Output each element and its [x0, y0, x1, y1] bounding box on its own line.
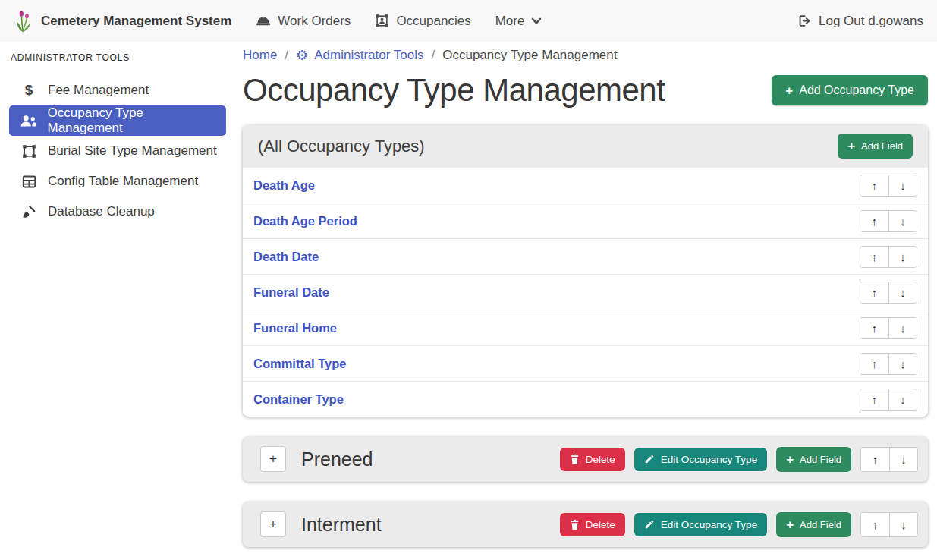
field-link[interactable]: Funeral Date [253, 285, 329, 300]
app-brand[interactable]: Cemetery Management System [14, 9, 231, 33]
field-row: Container Type ↑ ↓ [243, 381, 928, 417]
add-field-label: Add Field [800, 519, 841, 530]
field-link[interactable]: Container Type [253, 392, 344, 407]
broom-icon [20, 204, 38, 219]
move-up-button[interactable]: ↑ [860, 389, 888, 410]
move-down-button[interactable]: ↓ [888, 211, 917, 231]
move-down-button[interactable]: ↓ [889, 513, 917, 536]
add-field-label: Add Field [861, 140, 903, 152]
expand-button[interactable]: + [260, 446, 286, 472]
move-down-button[interactable]: ↓ [888, 247, 917, 267]
plus-icon: + [785, 84, 793, 97]
field-list: Death Age ↑ ↓ Death Age Period ↑ ↓ Dea [243, 167, 928, 417]
move-down-button[interactable]: ↓ [888, 354, 917, 374]
edit-occupancy-type-label: Edit Occupancy Type [661, 519, 757, 530]
all-occupancy-types-header: (All Occupancy Types) + Add Field [243, 125, 928, 167]
sidebar-item-config-table-management[interactable]: Config Table Management [9, 166, 226, 197]
move-down-button[interactable]: ↓ [888, 282, 917, 303]
sidebar-item-label: Burial Site Type Management [48, 143, 217, 159]
field-row: Death Age ↑ ↓ [243, 167, 928, 203]
delete-button[interactable]: Delete [560, 513, 625, 536]
reorder-controls: ↑ ↓ [860, 282, 917, 304]
move-up-button[interactable]: ↑ [860, 282, 888, 303]
breadcrumb-separator: / [431, 48, 435, 63]
field-link[interactable]: Death Date [253, 250, 319, 264]
app-title: Cemetery Management System [41, 14, 231, 29]
move-up-button[interactable]: ↑ [861, 448, 889, 471]
breadcrumb-separator: / [285, 48, 288, 63]
plus-icon: + [786, 518, 794, 531]
move-down-button[interactable]: ↓ [889, 448, 917, 471]
plus-icon: + [847, 140, 855, 153]
move-up-button[interactable]: ↑ [860, 211, 888, 231]
nav-work-orders[interactable]: Work Orders [256, 14, 351, 29]
edit-occupancy-type-button[interactable]: Edit Occupancy Type [634, 513, 767, 536]
reorder-controls: ↑ ↓ [860, 246, 917, 268]
field-link[interactable]: Committal Type [253, 357, 347, 371]
reorder-controls: ↑ ↓ [860, 389, 917, 411]
breadcrumb-admin-tools-label: Administrator Tools [314, 48, 423, 63]
page-header: Occupancy Type Management + Add Occupanc… [243, 72, 928, 109]
sidebar-item-label: Config Table Management [48, 174, 198, 189]
occupancy-type-name: Interment [301, 514, 551, 536]
dollar-icon: $ [20, 82, 38, 99]
occupancy-type-name: Preneed [301, 448, 551, 470]
sidebar-item-label: Database Cleanup [48, 204, 155, 219]
add-field-button[interactable]: + Add Field [838, 134, 913, 159]
move-up-button[interactable]: ↑ [861, 513, 889, 536]
nav-more[interactable]: More [495, 14, 542, 29]
sidebar-item-occupancy-type-management[interactable]: Occupancy Type Management [9, 105, 226, 136]
nav-occupancies[interactable]: Occupancies [375, 14, 470, 29]
sidebar-item-label: Occupancy Type Management [48, 105, 219, 136]
reorder-controls: ↑ ↓ [860, 512, 918, 537]
sidebar-item-fee-management[interactable]: $ Fee Management [9, 75, 226, 105]
move-up-button[interactable]: ↑ [860, 247, 888, 267]
table-icon [20, 175, 38, 188]
gear-icon: ⚙ [296, 49, 308, 62]
delete-button[interactable]: Delete [560, 448, 625, 471]
move-up-button[interactable]: ↑ [860, 318, 888, 338]
add-occupancy-type-button[interactable]: + Add Occupancy Type [772, 75, 928, 105]
field-row: Committal Type ↑ ↓ [243, 345, 928, 381]
field-link[interactable]: Funeral Home [253, 321, 337, 335]
field-row: Death Age Period ↑ ↓ [243, 203, 928, 238]
nav-work-orders-label: Work Orders [278, 14, 351, 29]
move-up-button[interactable]: ↑ [860, 175, 888, 196]
sidebar-item-database-cleanup[interactable]: Database Cleanup [9, 197, 226, 227]
expand-button[interactable]: + [260, 511, 286, 537]
trash-icon [570, 454, 580, 465]
sign-out-icon [797, 14, 812, 28]
pencil-icon [644, 519, 655, 530]
breadcrumb-current: Occupancy Type Management [442, 48, 617, 63]
nav-more-label: More [495, 14, 525, 29]
add-field-button[interactable]: + Add Field [776, 512, 851, 537]
field-row: Funeral Date ↑ ↓ [243, 274, 928, 310]
nav-occupancies-label: Occupancies [396, 14, 470, 29]
move-down-button[interactable]: ↓ [888, 318, 917, 338]
logout-button[interactable]: Log Out d.gowans [797, 14, 923, 29]
field-link[interactable]: Death Age [253, 178, 315, 193]
reorder-controls: ↑ ↓ [860, 353, 917, 375]
move-down-button[interactable]: ↓ [888, 175, 917, 196]
move-up-button[interactable]: ↑ [860, 354, 888, 374]
admin-tools-sidebar: ADMINISTRATOR TOOLS $ Fee Management Occ… [0, 42, 235, 234]
add-occupancy-type-label: Add Occupancy Type [799, 83, 914, 97]
sidebar-item-label: Fee Management [48, 83, 149, 98]
tulips-logo-icon [14, 9, 33, 33]
breadcrumb-admin-tools-link[interactable]: ⚙ Administrator Tools [296, 48, 423, 63]
edit-occupancy-type-button[interactable]: Edit Occupancy Type [634, 448, 767, 471]
reorder-controls: ↑ ↓ [860, 210, 917, 232]
sidebar-item-burial-site-type-management[interactable]: Burial Site Type Management [9, 136, 226, 166]
field-link[interactable]: Death Age Period [253, 214, 357, 228]
add-field-button[interactable]: + Add Field [776, 447, 851, 472]
move-down-button[interactable]: ↓ [888, 389, 917, 410]
top-navbar: Cemetery Management System Work Orders O [0, 0, 937, 42]
main-content: Home / ⚙ Administrator Tools / Occupancy… [243, 42, 928, 547]
breadcrumb-home-link[interactable]: Home [243, 48, 277, 63]
occupancy-type-sections: + Preneed Delete [243, 436, 928, 547]
chevron-down-icon [531, 17, 542, 25]
reorder-controls: ↑ ↓ [860, 447, 918, 472]
field-row: Funeral Home ↑ ↓ [243, 310, 928, 345]
occupancy-frame-icon [375, 14, 389, 28]
delete-label: Delete [586, 519, 615, 530]
